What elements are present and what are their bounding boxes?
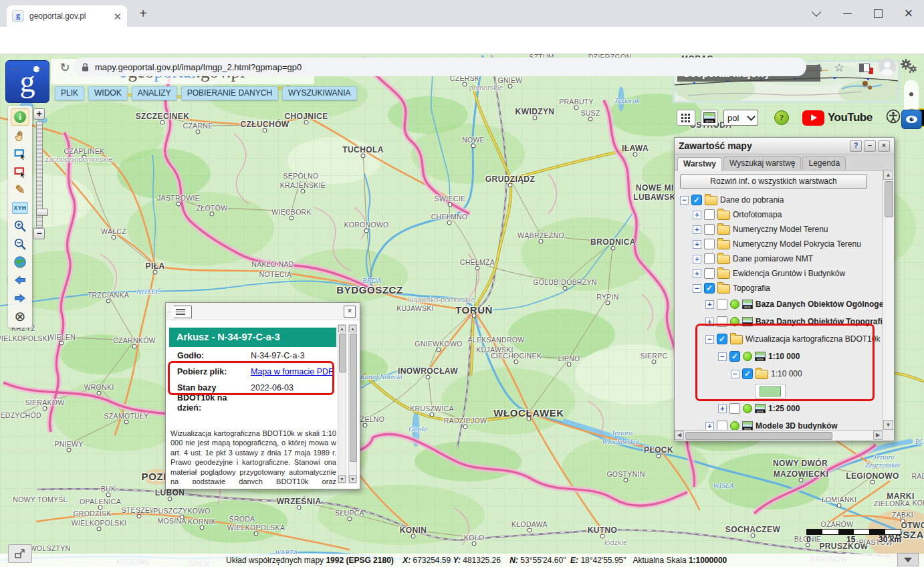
layer-checkbox[interactable] <box>704 268 715 279</box>
identify-tool-button[interactable]: i <box>11 108 29 126</box>
layer-checkbox[interactable]: ✓ <box>742 368 753 379</box>
side-panel-icon[interactable] <box>856 59 873 76</box>
layer-tree-row[interactable]: +Ewidencja Gruntów i Budynków <box>679 266 883 281</box>
visibility-button[interactable] <box>901 110 922 129</box>
close-button[interactable]: × <box>893 0 924 27</box>
layer-checkbox[interactable] <box>704 224 715 235</box>
accessibility-button[interactable] <box>886 109 901 126</box>
clear-selection-button[interactable] <box>11 164 29 180</box>
popup-inner-scrollbar[interactable]: ▲ ▼ <box>338 324 346 483</box>
zoom-in-tool-button[interactable] <box>11 218 29 234</box>
panel-minimize-button[interactable]: – <box>864 140 876 152</box>
browser-tab[interactable]: g geoportal.gov.pl ✕ <box>7 5 127 27</box>
layer-tree-row[interactable]: −✓wms1:10 000 <box>679 348 883 365</box>
panel-titlebar[interactable]: Zawartość mapy ? – × <box>675 138 894 154</box>
layer-checkbox[interactable] <box>704 253 715 264</box>
layer-tree-row[interactable]: +Ortofotomapa <box>679 207 883 222</box>
popup-outer-scrollbar[interactable]: ▲ ▼ <box>348 324 357 483</box>
youtube-link[interactable]: YouTube <box>802 110 873 126</box>
menu-item-3[interactable]: POBIERANIE DANYCH <box>181 86 278 100</box>
help-button[interactable]: ? <box>774 110 789 125</box>
address-bar[interactable]: mapy.geoportal.gov.pl/imap/Imgp_2.html?g… <box>74 58 806 76</box>
layer-tree-row[interactable]: +Numeryczny Model Pokrycia Terenu <box>679 237 883 251</box>
expand-icon[interactable]: + <box>693 255 701 263</box>
layer-tree-row[interactable] <box>679 382 883 400</box>
download-pdf-link[interactable]: Mapa w formacie PDF <box>251 367 334 376</box>
zoom-in-button[interactable]: + <box>33 108 45 120</box>
tab-legenda[interactable]: Legenda <box>802 156 846 170</box>
panel-close-button[interactable]: × <box>878 140 890 152</box>
layer-tree-row[interactable]: +wmsBaza Danych Obiektów Topograficzn <box>679 313 883 330</box>
forward-icon[interactable]: → <box>32 59 49 76</box>
clear-graphics-button[interactable]: ⊗ <box>11 308 29 324</box>
layer-checkbox[interactable]: ✓ <box>704 283 715 294</box>
new-tab-button[interactable]: + <box>134 4 152 23</box>
layer-tree-row[interactable]: +Numeryczny Model Terenu <box>679 222 883 237</box>
layer-tree-row[interactable]: +wms1:25 000 <box>679 400 883 417</box>
previous-view-button[interactable] <box>11 272 29 288</box>
expand-icon[interactable]: + <box>718 405 727 413</box>
bookmark-star-icon[interactable]: ☆ <box>830 59 848 76</box>
menu-item-1[interactable]: WIDOK <box>88 86 128 100</box>
legend-grid-button[interactable] <box>677 110 695 126</box>
share-icon[interactable] <box>809 59 826 76</box>
layer-checkbox[interactable]: ✓ <box>729 351 740 362</box>
back-to-list-button[interactable] <box>169 306 192 318</box>
layer-checkbox[interactable] <box>717 316 727 327</box>
select-extent-button[interactable] <box>11 146 29 162</box>
pan-tool-button[interactable] <box>11 128 29 144</box>
layer-checkbox[interactable] <box>717 421 727 430</box>
layer-checkbox[interactable] <box>729 403 740 414</box>
collapse-icon[interactable]: − <box>680 196 689 205</box>
menu-item-4[interactable]: WYSZUKIWANIA <box>282 86 357 100</box>
collapse-icon[interactable]: − <box>705 335 714 344</box>
maximize-button[interactable] <box>862 0 893 27</box>
layer-checkbox[interactable] <box>704 239 715 249</box>
zoom-out-tool-button[interactable] <box>11 236 29 252</box>
layer-checkbox[interactable] <box>717 299 727 310</box>
profile-avatar[interactable] <box>879 58 896 76</box>
next-view-button[interactable] <box>11 290 29 306</box>
back-icon[interactable]: ← <box>7 59 24 76</box>
full-extent-button[interactable] <box>11 254 29 270</box>
expand-icon[interactable]: + <box>693 211 701 219</box>
layer-checkbox[interactable] <box>704 209 715 220</box>
layer-tree-row[interactable]: +wmsBaza Danych Obiektów Ogólnogeogr <box>679 296 883 313</box>
layer-tree-row[interactable]: +Dane pomiarowe NMT <box>679 251 883 266</box>
wms-button[interactable]: wms <box>701 110 718 126</box>
collapse-icon[interactable]: − <box>693 284 701 293</box>
zoom-out-button[interactable]: − <box>33 228 45 239</box>
panel-horizontal-scrollbar[interactable]: ◀ ▶ <box>675 430 883 441</box>
expand-icon[interactable]: + <box>693 269 701 278</box>
coordinates-tool-button[interactable]: XYH <box>11 200 29 216</box>
reload-icon[interactable]: ↻ <box>56 59 74 76</box>
expand-icon[interactable]: + <box>693 225 701 234</box>
collapse-panel-button[interactable] <box>897 553 919 566</box>
minimize-button[interactable] <box>832 0 862 27</box>
zoom-handle[interactable] <box>36 209 48 216</box>
expand-icon[interactable]: + <box>705 318 714 326</box>
layer-tree-row[interactable]: +wmsModele 3D budynków <box>679 417 883 430</box>
menu-item-2[interactable]: ANALIZY <box>132 86 177 100</box>
collapse-icon[interactable]: − <box>731 370 739 378</box>
measure-tool-button[interactable]: ✎ <box>11 182 29 198</box>
collapse-icon[interactable]: − <box>718 352 727 361</box>
tab-close-icon[interactable]: ✕ <box>113 11 122 21</box>
language-select[interactable]: pol <box>723 110 758 126</box>
layer-tree-row[interactable]: −✓Wizualizacja kartograficzna BDOT10k <box>679 330 883 348</box>
expand-icon[interactable]: + <box>693 240 701 249</box>
layer-tree-row[interactable]: −✓1:10 000 <box>679 365 883 382</box>
layer-tree-row[interactable]: −✓Dane do pobrania <box>679 193 883 207</box>
layer-checkbox[interactable]: ✓ <box>717 334 727 344</box>
tab-search-icon[interactable] <box>801 0 832 27</box>
browser-menu-icon[interactable]: ⋮ <box>901 59 919 76</box>
zoom-track[interactable] <box>36 121 43 228</box>
expand-all-button[interactable]: Rozwiń inf. o wszystkich warstwach <box>680 175 867 189</box>
tab-warstwy[interactable]: Warstwy <box>677 157 722 171</box>
panel-help-button[interactable]: ? <box>850 140 862 152</box>
layer-tree-row[interactable]: −✓Topografia <box>679 281 883 296</box>
expand-icon[interactable]: + <box>705 422 714 431</box>
tab-wyszukaj-warstwe[interactable]: Wyszukaj warstwę <box>723 156 802 170</box>
expand-statusbar-button[interactable] <box>8 544 32 563</box>
menu-item-0[interactable]: PLIK <box>55 86 84 100</box>
